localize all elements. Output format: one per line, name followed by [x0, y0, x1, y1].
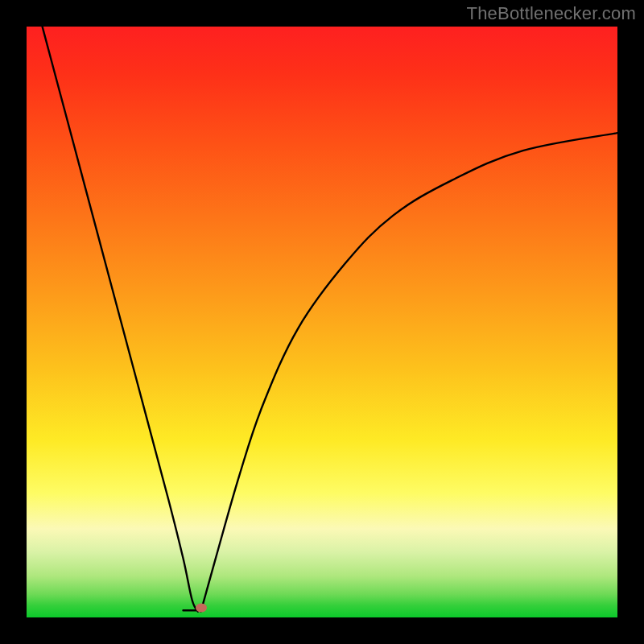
bottleneck-curve — [27, 27, 617, 617]
optimum-marker-icon — [196, 604, 207, 613]
curve-path — [27, 27, 617, 612]
chart-frame: TheBottlenecker.com — [0, 0, 644, 644]
plot-area — [27, 27, 617, 617]
attribution-text: TheBottlenecker.com — [467, 3, 636, 24]
